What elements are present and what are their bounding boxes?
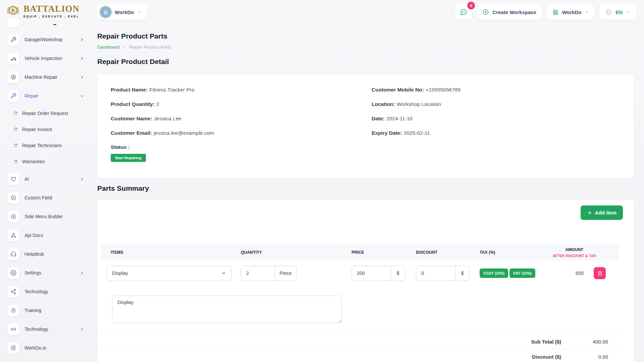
breadcrumb-current: Repair Product Parts xyxy=(129,45,171,50)
sidebar-item-training[interactable]: Training xyxy=(0,301,92,320)
price-input[interactable] xyxy=(352,266,391,281)
detail-field: Location:Workshop Location xyxy=(372,101,621,108)
sidebar-item-side-menu-builder[interactable]: Side Menu Builder xyxy=(0,207,92,226)
sidebar-item-settings[interactable]: Settings xyxy=(0,263,92,282)
sidebar-item-label: Vehicle Inspection xyxy=(24,56,80,61)
workdo-apps-button[interactable]: WorkDo xyxy=(547,4,595,20)
motorcycle-icon xyxy=(7,52,19,64)
sidebar-item-label: AI xyxy=(24,176,80,182)
detail-right-column: Customer Mobile No:+15555056789 Location… xyxy=(372,86,621,162)
column-discount: DISCOUNT xyxy=(412,250,476,255)
messages-button[interactable]: 0 xyxy=(455,4,472,20)
delete-row-button[interactable] xyxy=(594,267,606,279)
donut-bullet-icon xyxy=(13,127,18,132)
sidebar-item-technology[interactable]: Technology xyxy=(0,282,92,301)
sidebar-item-label: Helpdesk xyxy=(24,251,84,257)
chevron-down-icon xyxy=(221,271,226,276)
sidebar-item-repair[interactable]: Repair xyxy=(0,86,92,105)
sidebar-item-label: Repair xyxy=(24,93,80,99)
chevron-down-icon xyxy=(585,10,589,14)
brand-name: BATTALION xyxy=(23,4,79,13)
sidebar-item-label: Technology xyxy=(24,289,84,294)
quantity-input[interactable] xyxy=(241,266,275,281)
sidebar-item-partial[interactable] xyxy=(7,18,19,27)
sidebar-item-helpdesk[interactable]: Helpdesk xyxy=(0,245,92,263)
detail-field: Customer Mobile No:+15555056789 xyxy=(372,86,621,93)
amount-subnote: AFTER DISCOUNT & TAX xyxy=(553,254,596,258)
parts-table-header: ITEMS QUANTITY PRICE DISCOUNT TAX (%) AM… xyxy=(101,244,619,261)
price-group: $ xyxy=(352,266,405,281)
plus-icon xyxy=(587,210,592,216)
sidebar-item-label: Api Docs xyxy=(24,233,84,238)
workdo-apps-label: WorkDo xyxy=(562,9,581,15)
note-icon xyxy=(7,342,19,354)
parts-table-row: Display Piece $ $ CGST (10%) GST (15%) xyxy=(101,265,619,281)
sidebar-item-machine-repair[interactable]: Machine Repair xyxy=(0,68,92,86)
quantity-group: Piece xyxy=(241,266,297,281)
chevron-down-icon xyxy=(626,10,630,14)
subtotal-row: Sub Total ($) 400.00 xyxy=(101,334,619,349)
sidebar-item-ai[interactable]: AI xyxy=(0,170,92,188)
sidebar-subitem-repair-technicians[interactable]: Repair Technicians xyxy=(0,137,92,154)
gear-icon xyxy=(7,267,19,279)
headphones-icon xyxy=(7,248,19,260)
chevron-right-icon xyxy=(80,75,84,79)
sidebar-item-garage-workshop[interactable]: Garage/Workshop xyxy=(0,30,92,49)
workspace-switcher[interactable]: WorkDo xyxy=(97,4,147,20)
detail-field: Product Quantity:2 xyxy=(111,101,372,108)
plus-circle-icon xyxy=(7,210,19,223)
detail-left-column: Product Name:Fitness Tracker Pro Product… xyxy=(111,86,372,162)
row-amount: 500 xyxy=(553,270,588,276)
sidebar: Garage/Workshop Vehicle Inspection Machi… xyxy=(0,17,92,362)
donut-bullet-icon xyxy=(13,143,18,148)
sidebar-item-label: Settings xyxy=(24,270,80,276)
svg-text:B: B xyxy=(11,7,15,14)
person-dashed-circle-icon xyxy=(7,304,19,316)
tax-badge-cgst: CGST (10%) xyxy=(480,268,508,278)
mask-icon xyxy=(7,173,19,185)
sidebar-subitem-repair-invoice[interactable]: Repair Invoice xyxy=(0,121,92,137)
sidebar-item-label: WorkDo.io xyxy=(24,345,84,351)
detail-section-heading: Repair Product Detail xyxy=(97,58,169,66)
breadcrumb: Dashboard Repair Product Parts xyxy=(97,45,171,50)
tax-badge-gst: GST (15%) xyxy=(509,268,535,278)
language-code: EN xyxy=(615,9,623,15)
sidebar-item-technology-2[interactable]: Technology xyxy=(0,320,92,339)
breadcrumb-dashboard-link[interactable]: Dashboard xyxy=(97,45,119,50)
hub-icon xyxy=(7,286,19,298)
trash-icon xyxy=(597,271,602,276)
sidebar-item-api-docs[interactable]: Api Docs xyxy=(0,226,92,245)
status-label: Status : xyxy=(111,144,372,150)
sidebar-item-label: Custom Field xyxy=(24,195,84,200)
chevron-right-icon xyxy=(122,45,126,49)
column-amount: AMOUNT AFTER DISCOUNT & TAX xyxy=(553,247,596,258)
sidebar-item-vehicle-inspection[interactable]: Vehicle Inspection xyxy=(0,49,92,68)
globe-icon xyxy=(605,9,612,16)
discount-input[interactable] xyxy=(416,266,455,281)
column-tax: TAX (%) xyxy=(476,250,553,255)
start-repairing-button[interactable]: Start Repairing xyxy=(111,154,146,162)
add-item-button[interactable]: Add item xyxy=(581,205,623,220)
sidebar-item-label: Technology xyxy=(24,326,80,332)
parts-summary-card: Add item ITEMS QUANTITY PRICE DISCOUNT T… xyxy=(97,200,634,362)
detail-field: Expiry Date:2025-02-11 xyxy=(372,130,621,136)
sidebar-item-custom-field[interactable]: Custom Field xyxy=(0,188,92,207)
sidebar-subitem-warranties[interactable]: Warranties xyxy=(0,154,92,170)
sidebar-subitem-repair-order-request[interactable]: Repair Order Request xyxy=(0,105,92,121)
chevron-down-icon xyxy=(80,94,84,98)
chevron-right-icon xyxy=(80,38,84,42)
notification-badge: 0 xyxy=(467,2,475,9)
item-select[interactable]: Display xyxy=(107,266,231,281)
donut-bullet-icon xyxy=(13,111,18,116)
language-selector[interactable]: EN xyxy=(599,4,636,20)
column-price: PRICE xyxy=(347,250,412,255)
discount-group: $ xyxy=(416,266,470,281)
building-icon xyxy=(100,6,111,18)
detail-field: Date:2024-11-10 xyxy=(372,115,621,122)
plus-circle-icon xyxy=(7,192,19,204)
create-workspace-button[interactable]: Create Workspace xyxy=(477,4,542,20)
create-workspace-label: Create Workspace xyxy=(492,9,536,15)
sidebar-item-label: Garage/Workshop xyxy=(24,37,80,42)
item-description-textarea[interactable]: Display xyxy=(112,296,342,323)
sidebar-item-workdo-io[interactable]: WorkDo.io xyxy=(0,339,92,357)
